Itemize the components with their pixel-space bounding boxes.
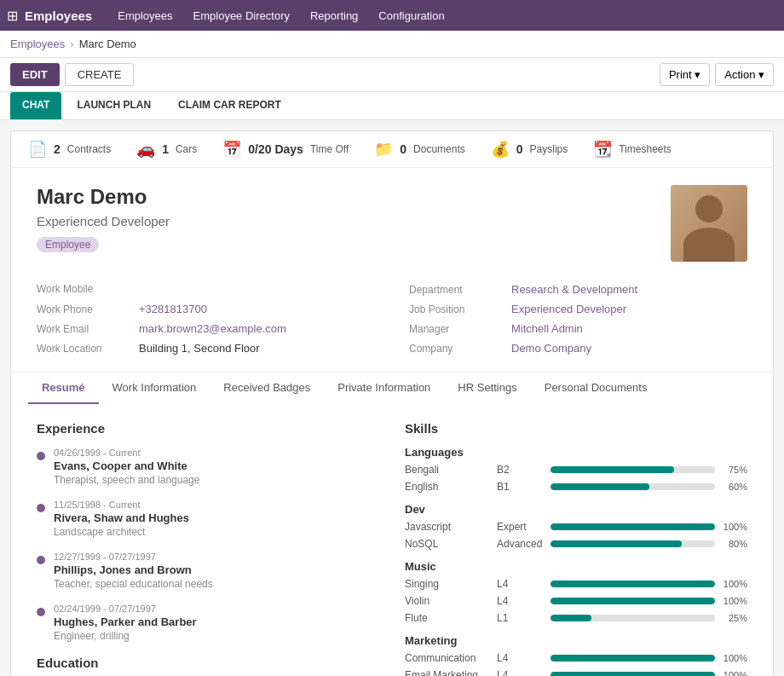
tab-claim-car-report[interactable]: CLAIM CAR REPORT [166, 92, 293, 119]
category-languages: Languages [405, 446, 747, 459]
breadcrumb-parent[interactable]: Employees [10, 38, 65, 50]
skill-level: L4 [497, 578, 544, 590]
field-work-mobile: Work Mobile [37, 283, 375, 296]
timesheets-icon: 📆 [593, 140, 612, 159]
nav-configuration[interactable]: Configuration [370, 6, 453, 26]
skill-bar-fill [551, 540, 682, 547]
action-bar: EDIT CREATE Print ▾ Action ▾ [0, 58, 784, 92]
skill-bar-bg [551, 615, 715, 621]
tab-hr-settings[interactable]: HR Settings [444, 373, 530, 404]
tab-work-information[interactable]: Work Information [99, 373, 210, 404]
skill-violin: Violin L4 100% [405, 595, 747, 607]
photo-placeholder [671, 185, 747, 262]
create-button[interactable]: CREATE [65, 63, 135, 86]
employee-card: 📄 2 Contracts 🚗 1 Cars 📅 0/20 Days Time … [10, 130, 774, 676]
skills-title: Skills [405, 421, 747, 436]
skill-bar-bg [551, 581, 715, 587]
field-department: Department Research & Development [409, 283, 747, 296]
skill-name: NoSQL [405, 538, 490, 550]
stat-contracts[interactable]: 📄 2 Contracts [28, 140, 111, 159]
skills-dev: Dev Javascript Expert 100% NoSQL Advance… [405, 503, 747, 550]
stat-payslips[interactable]: 💰 0 Payslips [491, 140, 568, 159]
work-email-value[interactable]: mark.brown23@example.com [139, 322, 286, 335]
skill-bar-bg [551, 672, 715, 676]
payslips-icon: 💰 [491, 140, 510, 159]
tab-resume[interactable]: Resumé [28, 373, 99, 404]
breadcrumb-sep: › [70, 38, 73, 50]
exp-item-2: 11/25/1998 - Current Rivera, Shaw and Hu… [37, 500, 379, 538]
company-value[interactable]: Demo Company [511, 342, 591, 355]
documents-icon: 📁 [374, 140, 393, 159]
apps-icon[interactable]: ⊞ [7, 8, 18, 24]
field-work-phone: Work Phone +3281813700 [37, 303, 375, 315]
contracts-label: Contracts [67, 143, 111, 155]
skill-name: Flute [405, 612, 490, 624]
department-value[interactable]: Research & Development [511, 283, 637, 296]
cars-label: Cars [176, 143, 197, 155]
breadcrumb-current: Marc Demo [79, 38, 136, 50]
skills-music: Music Singing L4 100% Violin L4 [405, 560, 747, 624]
print-button[interactable]: Print ▾ [660, 63, 710, 86]
tab-personal-documents[interactable]: Personal Documents [531, 373, 661, 404]
skill-bar-fill [551, 672, 715, 676]
skill-email-marketing: Email Marketing L4 100% [405, 669, 747, 676]
exp-role: Engineer, drilling [54, 630, 197, 642]
stat-time-off[interactable]: 📅 0/20 Days Time Off [222, 140, 349, 159]
skill-level: Expert [497, 521, 544, 533]
skills-section: Skills Languages Bengali B2 75% English … [405, 421, 747, 676]
tab-chat[interactable]: CHAT [10, 92, 61, 119]
exp-dot [37, 452, 45, 460]
skill-bar-bg [551, 483, 715, 490]
manager-value[interactable]: Mitchell Admin [511, 322, 583, 335]
resume-content: Experience 04/26/1999 - Current Evans, C… [11, 404, 773, 676]
tab-private-information[interactable]: Private Information [324, 373, 444, 404]
skill-bar-bg [551, 523, 715, 530]
skill-level: L4 [497, 595, 544, 607]
skill-name: Email Marketing [405, 669, 490, 676]
skill-level: B2 [497, 464, 544, 476]
employee-job-title: Experienced Developer [37, 214, 671, 228]
tab-launch-plan[interactable]: LAUNCH PLAN [65, 92, 163, 119]
work-phone-value[interactable]: +3281813700 [139, 303, 207, 315]
nav-links: Employees Employee Directory Reporting C… [109, 6, 453, 26]
skill-pct: 100% [722, 522, 747, 532]
exp-details: 02/24/1999 - 07/27/1997 Hughes, Parker a… [54, 604, 197, 642]
job-position-value[interactable]: Experienced Developer [511, 303, 626, 315]
nav-employee-directory[interactable]: Employee Directory [185, 6, 298, 26]
skill-name: Singing [405, 578, 490, 590]
nav-reporting[interactable]: Reporting [302, 6, 366, 26]
stat-cars[interactable]: 🚗 1 Cars [136, 140, 197, 159]
edit-button[interactable]: EDIT [10, 63, 60, 86]
education-section: Education 06/26/1997 - 03/17/1999 Parke … [37, 656, 379, 676]
skill-bar-fill [551, 581, 715, 587]
job-position-label: Job Position [409, 303, 503, 315]
payslips-count: 0 [516, 142, 523, 156]
skill-bar-fill [551, 655, 715, 662]
skill-level: B1 [497, 481, 544, 493]
stat-timesheets[interactable]: 📆 Timesheets [593, 140, 672, 159]
stat-documents[interactable]: 📁 0 Documents [374, 140, 465, 159]
exp-item-1: 04/26/1999 - Current Evans, Cooper and W… [37, 448, 379, 486]
exp-details: 11/25/1998 - Current Rivera, Shaw and Hu… [54, 500, 189, 538]
action-button[interactable]: Action ▾ [715, 63, 774, 86]
time-off-count: 0/20 Days [248, 142, 303, 156]
employee-name: Marc Demo [37, 185, 671, 209]
inner-tabs: Resumé Work Information Received Badges … [11, 372, 773, 404]
nav-employees[interactable]: Employees [109, 6, 181, 26]
skills-marketing: Marketing Communication L4 100% Email Ma… [405, 634, 747, 676]
skill-pct: 100% [722, 670, 747, 676]
category-marketing: Marketing [405, 634, 747, 647]
field-company: Company Demo Company [409, 342, 747, 355]
breadcrumb: Employees › Marc Demo [0, 31, 784, 58]
skill-english: English B1 60% [405, 481, 747, 493]
contracts-count: 2 [54, 142, 61, 156]
skill-singing: Singing L4 100% [405, 578, 747, 590]
skill-level: Advanced [497, 538, 544, 550]
exp-dot [37, 556, 45, 564]
tab-received-badges[interactable]: Received Badges [210, 373, 324, 404]
skill-name: Communication [405, 652, 490, 664]
payslips-label: Payslips [530, 143, 568, 155]
employee-header: Marc Demo Experienced Developer Employee [11, 168, 773, 283]
department-label: Department [409, 284, 503, 296]
skill-bar-fill [551, 523, 715, 530]
